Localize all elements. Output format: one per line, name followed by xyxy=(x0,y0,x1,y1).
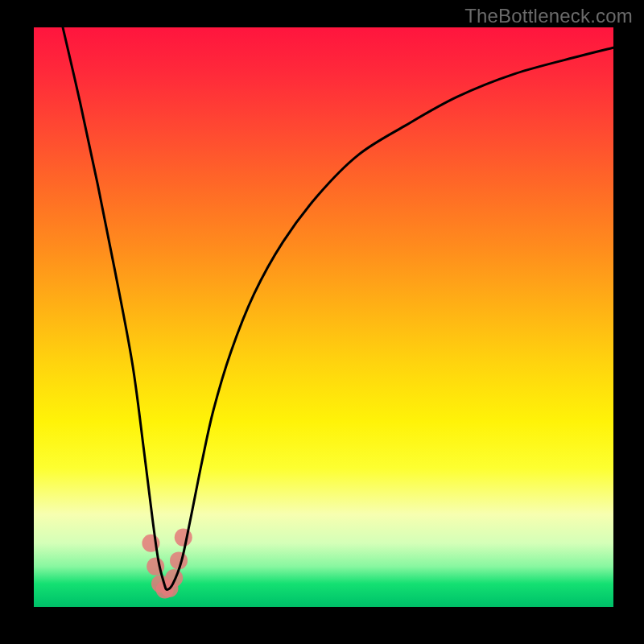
watermark-text: TheBottleneck.com xyxy=(464,5,633,27)
chart-frame: TheBottleneck.com xyxy=(0,0,644,644)
trough-marker xyxy=(165,569,183,587)
curve-svg xyxy=(34,27,613,607)
trough-marker-group xyxy=(142,529,192,599)
bottleneck-curve xyxy=(63,27,613,589)
trough-marker xyxy=(175,529,192,547)
plot-area xyxy=(34,27,613,607)
